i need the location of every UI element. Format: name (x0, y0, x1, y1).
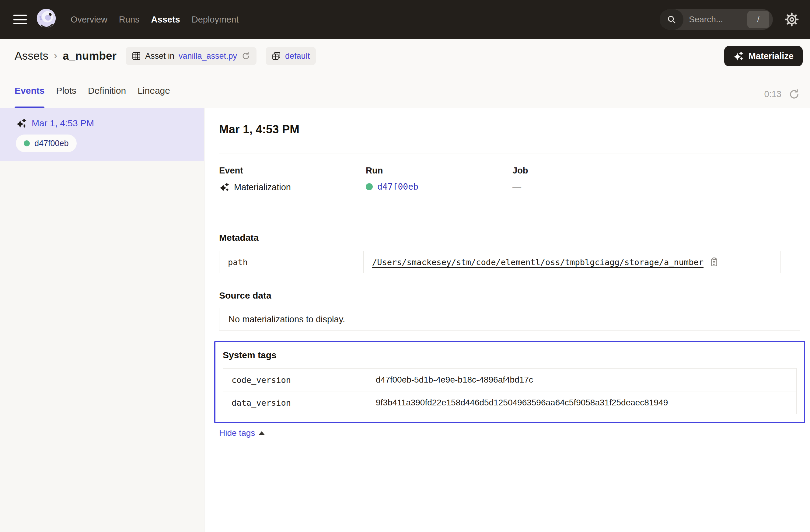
tab-definition[interactable]: Definition (88, 73, 126, 108)
system-tags-section: System tags code_version d47f00eb-5d1b-4… (214, 341, 805, 423)
asset-header: Assets › a_number Asset in vanilla_asset… (0, 39, 810, 73)
search-input[interactable] (683, 15, 747, 25)
repo-default-link[interactable]: default (285, 51, 310, 61)
metadata-heading: Metadata (219, 232, 800, 243)
event-detail-title: Mar 1, 4:53 PM (219, 123, 800, 136)
tab-events[interactable]: Events (15, 73, 45, 108)
copy-icon[interactable] (709, 257, 719, 267)
run-id-label: d47f00eb (34, 139, 69, 148)
run-id-pill[interactable]: d47f00eb (16, 134, 77, 152)
job-column: Job — (513, 165, 659, 193)
sparkle-icon (733, 50, 744, 62)
refresh-status: 0:13 (764, 73, 800, 108)
metadata-table: path /Users/smackesey/stm/code/elementl/… (219, 251, 800, 273)
menu-icon[interactable] (13, 15, 27, 25)
hide-tags-toggle[interactable]: Hide tags (219, 428, 265, 438)
metadata-key: path (220, 251, 363, 273)
search-box[interactable]: / (660, 9, 773, 30)
system-tag-key: data_version (223, 391, 367, 414)
event-list-item[interactable]: Mar 1, 4:53 PM d47f00eb (0, 108, 204, 161)
materialization-sparkle-icon (219, 182, 229, 193)
asset-file-link[interactable]: vanilla_asset.py (179, 51, 237, 61)
breadcrumb: Assets › a_number (15, 50, 116, 62)
event-timestamp-link[interactable]: Mar 1, 4:53 PM (32, 118, 94, 128)
primary-nav: Overview Runs Assets Deployment (70, 15, 239, 25)
system-tag-key: code_version (223, 369, 367, 391)
tab-bar: Events Plots Definition Lineage 0:13 (0, 73, 810, 108)
table-row: path /Users/smackesey/stm/code/elementl/… (220, 251, 800, 273)
run-status-dot (24, 140, 30, 146)
nav-item-runs[interactable]: Runs (119, 15, 140, 25)
source-data-empty-box: No materializations to display. (219, 308, 800, 331)
refresh-icon[interactable] (788, 88, 800, 100)
event-column-label: Event (219, 165, 366, 176)
job-column-label: Job (513, 165, 659, 176)
event-list-sidebar: Mar 1, 4:53 PM d47f00eb (0, 108, 205, 532)
dagster-logo-icon[interactable] (35, 7, 59, 31)
run-status-dot (366, 183, 373, 190)
caret-up-icon (259, 431, 265, 435)
app-window: Overview Runs Assets Deployment / (0, 0, 810, 532)
event-summary-columns: Event Materialization Run d47f0 (219, 165, 800, 193)
event-column: Event Materialization (219, 165, 366, 193)
run-column-label: Run (366, 165, 513, 176)
asset-definition-badge: Asset in vanilla_asset.py (126, 47, 257, 65)
path-value-link[interactable]: /Users/smackesey/stm/code/elementl/oss/t… (372, 257, 703, 267)
tab-lineage[interactable]: Lineage (137, 73, 170, 108)
nav-item-assets[interactable]: Assets (151, 15, 180, 25)
table-row: code_version d47f00eb-5d1b-4e9e-b18c-489… (223, 369, 797, 391)
run-column: Run d47f00eb (366, 165, 513, 193)
top-nav: Overview Runs Assets Deployment / (0, 0, 810, 39)
search-shortcut-key: / (747, 11, 769, 28)
search-icon (660, 9, 683, 30)
divider (219, 213, 800, 213)
hide-tags-label: Hide tags (219, 428, 255, 438)
repository-badge: default (266, 47, 316, 65)
materialize-label: Materialize (748, 51, 794, 61)
page-title: a_number (63, 50, 116, 62)
system-tag-value: 9f3b411a390fd22e158d446d5d12504963596aa6… (367, 391, 797, 414)
job-empty-value: — (513, 182, 521, 192)
settings-gear-icon[interactable] (784, 12, 800, 27)
metadata-extra-cell (781, 251, 800, 273)
event-detail-panel: Mar 1, 4:53 PM Event Materialization (205, 108, 810, 532)
source-data-heading: Source data (219, 290, 800, 301)
system-tags-table: code_version d47f00eb-5d1b-4e9e-b18c-489… (223, 368, 797, 414)
refresh-countdown: 0:13 (764, 89, 781, 99)
materialize-button[interactable]: Materialize (724, 46, 803, 66)
table-row: data_version 9f3b411a390fd22e158d446d5d1… (223, 391, 797, 414)
repo-grid-icon (272, 51, 281, 61)
table-icon (132, 51, 141, 61)
tab-plots[interactable]: Plots (56, 73, 76, 108)
source-data-empty-message: No materializations to display. (228, 315, 345, 324)
nav-item-deployment[interactable]: Deployment (192, 15, 239, 25)
materialization-sparkle-icon (16, 117, 27, 129)
nav-item-overview[interactable]: Overview (70, 15, 108, 25)
run-id-link[interactable]: d47f00eb (377, 182, 418, 192)
event-type-label: Materialization (234, 182, 291, 192)
breadcrumb-assets-link[interactable]: Assets (15, 50, 48, 62)
system-tags-heading: System tags (223, 350, 797, 360)
divider (219, 153, 800, 154)
reload-definition-icon[interactable] (241, 51, 250, 61)
breadcrumb-separator: › (54, 50, 57, 61)
system-tag-value: d47f00eb-5d1b-4e9e-b18c-4896af4bd17c (367, 369, 797, 391)
asset-in-label: Asset in (145, 51, 174, 61)
